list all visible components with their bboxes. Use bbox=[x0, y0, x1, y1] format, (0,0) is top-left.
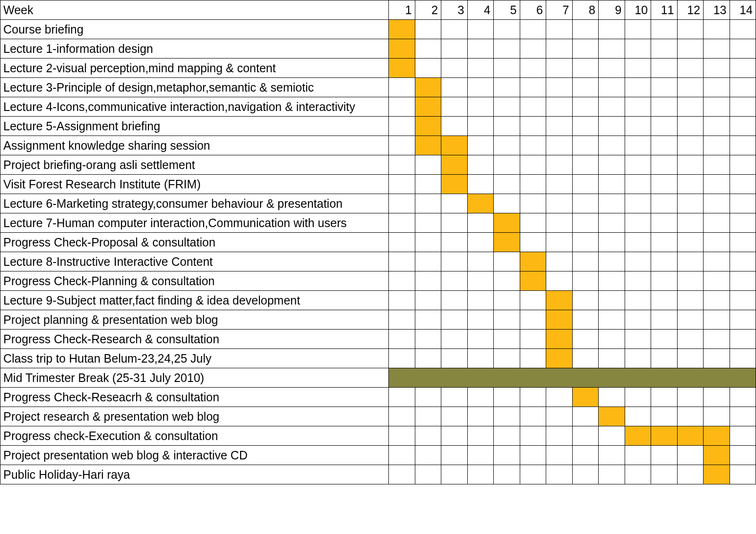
week-cell bbox=[389, 407, 415, 426]
week-cell bbox=[677, 388, 704, 407]
week-cell bbox=[625, 97, 651, 117]
week-cell bbox=[389, 78, 415, 97]
table-row: Project planning & presentation web blog bbox=[0, 310, 756, 330]
week-cell bbox=[546, 117, 573, 136]
week-cell bbox=[494, 330, 520, 349]
week-cell bbox=[730, 310, 756, 330]
week-cell bbox=[625, 407, 651, 426]
week-cell bbox=[677, 213, 704, 233]
week-cell bbox=[546, 97, 573, 117]
week-cell bbox=[730, 155, 756, 175]
table-row: Project presentation web blog & interact… bbox=[0, 446, 756, 465]
week-cell bbox=[441, 175, 468, 194]
week-cell bbox=[599, 330, 625, 349]
week-cell bbox=[467, 117, 494, 136]
week-header-12: 12 bbox=[677, 0, 704, 20]
week-cell bbox=[730, 59, 756, 78]
week-cell bbox=[389, 213, 415, 233]
week-cell bbox=[625, 117, 651, 136]
week-cell bbox=[467, 175, 494, 194]
week-cell bbox=[415, 194, 441, 213]
week-header-13: 13 bbox=[704, 0, 730, 20]
week-cell bbox=[415, 97, 441, 117]
week-cell bbox=[730, 213, 756, 233]
week-cell bbox=[625, 78, 651, 97]
week-cell bbox=[389, 310, 415, 330]
week-cell bbox=[625, 465, 651, 484]
week-cell bbox=[599, 388, 625, 407]
week-cell bbox=[704, 388, 730, 407]
week-cell bbox=[572, 233, 599, 252]
week-cell bbox=[704, 349, 730, 368]
table-row: Assignment knowledge sharing session bbox=[0, 136, 756, 155]
week-cell bbox=[415, 78, 441, 97]
week-header-14: 14 bbox=[730, 0, 756, 20]
week-cell bbox=[467, 97, 494, 117]
week-cell bbox=[494, 175, 520, 194]
week-cell bbox=[599, 310, 625, 330]
week-cell bbox=[389, 252, 415, 271]
table-row: Lecture 4-Icons,communicative interactio… bbox=[0, 97, 756, 117]
week-cell bbox=[677, 20, 704, 39]
week-cell bbox=[730, 136, 756, 155]
week-cell bbox=[520, 233, 546, 252]
week-cell bbox=[441, 20, 468, 39]
week-cell bbox=[599, 136, 625, 155]
table-row: Lecture 7-Human computer interaction,Com… bbox=[0, 213, 756, 233]
row-label: Public Holiday-Hari raya bbox=[0, 465, 389, 484]
week-cell bbox=[625, 271, 651, 291]
week-cell bbox=[704, 426, 730, 446]
week-cell bbox=[520, 388, 546, 407]
week-cell bbox=[572, 78, 599, 97]
week-cell bbox=[677, 175, 704, 194]
week-cell bbox=[546, 388, 573, 407]
week-cell bbox=[389, 20, 415, 39]
week-cell bbox=[677, 194, 704, 213]
week-cell bbox=[704, 175, 730, 194]
week-cell bbox=[415, 252, 441, 271]
week-cell bbox=[572, 136, 599, 155]
week-cell bbox=[704, 213, 730, 233]
week-cell bbox=[625, 39, 651, 59]
week-cell bbox=[651, 233, 678, 252]
week-cell bbox=[572, 426, 599, 446]
week-cell bbox=[467, 271, 494, 291]
week-cell bbox=[730, 465, 756, 484]
week-cell bbox=[415, 465, 441, 484]
week-cell bbox=[520, 407, 546, 426]
week-cell bbox=[546, 155, 573, 175]
week-header-7: 7 bbox=[546, 0, 573, 20]
week-cell bbox=[546, 291, 573, 310]
week-cell bbox=[572, 271, 599, 291]
week-cell bbox=[467, 407, 494, 426]
week-cell bbox=[599, 194, 625, 213]
header-row: Week 1234567891011121314 bbox=[0, 0, 756, 20]
week-cell bbox=[651, 252, 678, 271]
week-cell bbox=[572, 117, 599, 136]
week-cell bbox=[677, 407, 704, 426]
week-cell bbox=[441, 291, 468, 310]
week-cell bbox=[494, 252, 520, 271]
row-label: Class trip to Hutan Belum-23,24,25 July bbox=[0, 349, 389, 368]
week-cell bbox=[677, 349, 704, 368]
week-cell bbox=[730, 330, 756, 349]
week-cell bbox=[467, 20, 494, 39]
week-cell bbox=[599, 349, 625, 368]
week-cell bbox=[546, 252, 573, 271]
row-label: Lecture 1-information design bbox=[0, 39, 389, 59]
week-cell bbox=[704, 252, 730, 271]
week-cell bbox=[494, 291, 520, 310]
table-row: Progress Check-Research & consultation bbox=[0, 330, 756, 349]
week-cell bbox=[704, 117, 730, 136]
week-header-8: 8 bbox=[572, 0, 599, 20]
week-cell bbox=[389, 233, 415, 252]
week-cell bbox=[730, 446, 756, 465]
week-cell bbox=[572, 39, 599, 59]
row-label: Progress check-Execution & consultation bbox=[0, 426, 389, 446]
week-cell bbox=[494, 194, 520, 213]
row-label: Project research & presentation web blog bbox=[0, 407, 389, 426]
week-cell bbox=[625, 330, 651, 349]
week-cell bbox=[520, 97, 546, 117]
week-cell bbox=[441, 388, 468, 407]
week-cell bbox=[651, 59, 678, 78]
